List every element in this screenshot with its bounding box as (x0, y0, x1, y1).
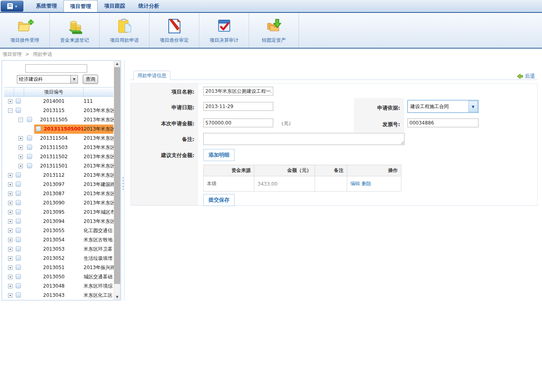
apply-date-input[interactable] (203, 102, 273, 111)
expand-icon[interactable]: + (8, 247, 12, 251)
panel-splitter[interactable] (121, 60, 125, 300)
row-checkbox[interactable] (16, 292, 21, 298)
row-checkbox[interactable] (16, 98, 21, 104)
row-checkbox[interactable] (16, 255, 21, 261)
expand-icon[interactable]: + (18, 155, 23, 159)
expand-icon[interactable]: + (8, 192, 12, 196)
expand-icon[interactable]: + (8, 219, 12, 224)
expand-icon[interactable]: + (18, 136, 23, 141)
row-checkbox[interactable] (16, 237, 21, 242)
tree-row[interactable]: -20131152013年米东区 (2, 106, 113, 115)
project-name: 2013年米东区 (84, 171, 114, 180)
expand-icon[interactable]: + (18, 145, 23, 150)
invoice-no-input[interactable] (407, 118, 479, 127)
toolbar: 项目接件受理资金来源登记项目用款申请项目造价审定项目决算审计转固定资产 (0, 13, 542, 49)
submit-save-button[interactable]: 提交保存 (203, 194, 235, 206)
row-checkbox[interactable] (16, 108, 21, 113)
row-checkbox[interactable] (16, 246, 21, 251)
expand-icon[interactable]: + (8, 238, 12, 242)
tree-row[interactable]: -2013115052013年米东区 (2, 115, 113, 125)
row-checkbox[interactable] (16, 200, 21, 205)
apply-amount-input[interactable] (203, 118, 273, 127)
row-checkbox[interactable] (16, 283, 21, 288)
add-detail-button[interactable]: 添加明细 (203, 149, 235, 161)
collapse-icon[interactable]: - (18, 118, 23, 122)
row-checkbox[interactable] (16, 218, 21, 224)
back-link[interactable]: 后退 (517, 73, 535, 80)
row-checkbox[interactable] (16, 191, 21, 196)
edit-link[interactable]: 编辑 (350, 181, 360, 186)
tree-row[interactable]: +2013055化工园交通信 (2, 226, 113, 235)
toolbar-item-label: 资金来源登记 (60, 37, 89, 44)
tree-row[interactable]: +2013048米东区环境综 (2, 282, 113, 291)
tree-row[interactable]: 2013115050012013年米东区 (2, 125, 113, 134)
tab-project[interactable]: 项目管理 (63, 0, 98, 12)
tree-row[interactable]: +2013115032013年米东区 (2, 143, 113, 152)
tree-row[interactable]: +20130942013年米东区 (2, 217, 113, 226)
tree-row[interactable]: +2013053米东区环卫基 (2, 245, 113, 254)
tab-system[interactable]: 系统管理 (29, 0, 63, 12)
main-menu-button[interactable]: ▾ (1, 1, 23, 12)
apply-basis-select[interactable]: 建设工程施工合同 ▼ (407, 100, 479, 113)
tree-row[interactable]: +2013115012013年米东区 (2, 161, 113, 171)
tree-row[interactable]: +2013043米东区化工区 (2, 291, 113, 300)
collapse-icon[interactable]: - (8, 108, 12, 113)
row-checkbox[interactable] (16, 274, 21, 279)
scroll-down-icon[interactable]: ▼ (114, 294, 120, 300)
row-checkbox[interactable] (16, 228, 21, 233)
expand-icon[interactable]: + (8, 293, 12, 298)
expand-icon[interactable]: + (8, 256, 12, 261)
toolbar-item-fund-source[interactable]: 资金来源登记 (50, 13, 100, 48)
expand-icon[interactable]: + (8, 173, 12, 178)
project-name: 2013年建国路 (84, 180, 114, 189)
tree-scrollbar[interactable]: ▲ ▼ (114, 61, 120, 300)
row-checkbox[interactable] (16, 209, 21, 214)
tree-row[interactable]: +20130512013年振兴路 (2, 263, 113, 272)
scroll-up-icon[interactable]: ▲ (114, 61, 120, 67)
tab-payment-request-info[interactable]: 用款申请信息 (133, 71, 170, 80)
tree-row[interactable]: +20130902013年米东区 (2, 198, 113, 208)
tree-body: +2014001111-20131152013年米东区-201311505201… (2, 61, 113, 300)
project-name: 2013年米东区 (84, 134, 114, 143)
expand-icon[interactable]: + (18, 164, 23, 168)
project-name: 2013年米东区 (84, 152, 114, 161)
toolbar-item-to-fixed-asset[interactable]: 转固定资产 (249, 13, 299, 48)
expand-icon[interactable]: + (8, 210, 12, 214)
project-name-input[interactable] (203, 87, 273, 96)
tree-row[interactable]: +2013115042013年米东区 (2, 134, 113, 143)
delete-link[interactable]: 删除 (362, 181, 371, 186)
remark-textarea[interactable] (203, 133, 405, 145)
tree-row[interactable]: +20130952013年城区市 (2, 208, 113, 217)
expand-icon[interactable]: + (8, 275, 12, 279)
scrollbar-thumb[interactable] (114, 67, 120, 284)
toolbar-item-cost-review[interactable]: 项目造价审定 (149, 13, 199, 48)
coins-icon (66, 17, 84, 35)
suggest-amount-label: 建议支付金额: (131, 152, 194, 159)
row-checkbox[interactable] (16, 265, 21, 270)
tree-row[interactable]: +2014001111 (2, 97, 113, 106)
tree-row[interactable]: +2013115022013年米东区 (2, 152, 113, 161)
project-name: 米东区环境综 (84, 282, 114, 291)
tree-row[interactable]: +20131122013年米东区 (2, 171, 113, 180)
expand-icon[interactable]: + (8, 229, 12, 233)
tab-tracking[interactable]: 项目跟踪 (98, 0, 132, 12)
tree-row[interactable]: +2013050城区交通基础 (2, 272, 113, 282)
tree-row[interactable]: +2013052生活垃圾填埋 (2, 254, 113, 263)
expand-icon[interactable]: + (8, 265, 12, 270)
expand-icon[interactable]: + (8, 201, 12, 205)
tree-row[interactable]: +20130872013年米东区 (2, 189, 113, 198)
detail-table-header-row: 资金来源金额（元）备注操作 (204, 165, 401, 176)
project-id: 2013050 (24, 272, 84, 282)
tree-row[interactable]: +2013054米东区古牧地 (2, 235, 113, 245)
toolbar-item-accept[interactable]: 项目接件受理 (0, 13, 50, 48)
expand-icon[interactable]: + (8, 99, 12, 104)
toolbar-item-payment-request[interactable]: 项目用款申请 (100, 13, 149, 48)
row-checkbox[interactable] (36, 126, 41, 131)
row-checkbox[interactable] (16, 172, 21, 178)
toolbar-item-final-audit[interactable]: 项目决算审计 (199, 13, 249, 48)
tab-statistics[interactable]: 统计分析 (132, 0, 166, 12)
expand-icon[interactable]: + (8, 182, 12, 187)
expand-icon[interactable]: + (8, 284, 12, 288)
row-checkbox[interactable] (16, 182, 21, 187)
tree-row[interactable]: +20130972013年建国路 (2, 180, 113, 189)
